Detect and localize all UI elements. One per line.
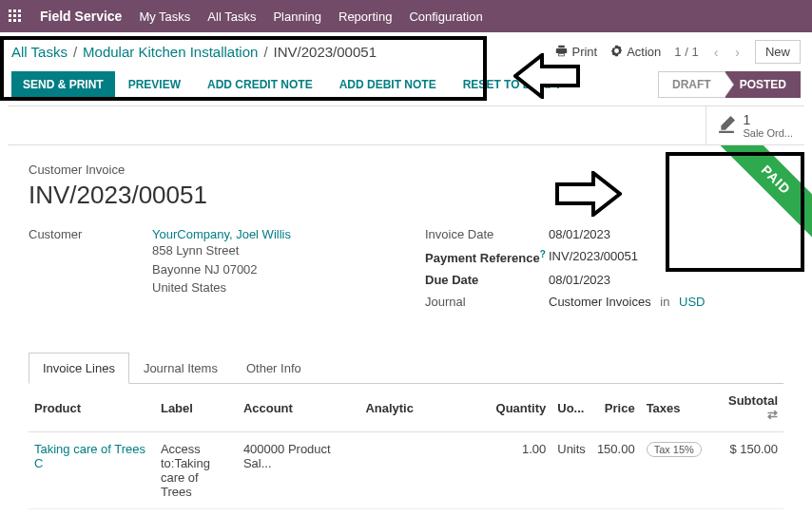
product-link[interactable]: Taking care of Trees C [34, 442, 145, 470]
currency-link[interactable]: USD [679, 295, 705, 309]
form-sheet: PAID Customer Invoice INV/2023/00051 Cus… [0, 145, 812, 334]
invoice-date-value: 08/01/2023 [549, 227, 610, 241]
cell-tax: Tax 15% [641, 509, 707, 516]
status-posted[interactable]: POSTED [725, 71, 801, 98]
svg-rect-7 [13, 19, 16, 22]
cell-quantity: 1.00 [491, 509, 552, 516]
apps-icon[interactable] [8, 9, 23, 24]
table-row[interactable]: DIY Furniture CourseAccess to:DIY Furnit… [29, 509, 783, 516]
cell-quantity: 1.00 [491, 432, 552, 509]
nav-planning[interactable]: Planning [273, 10, 321, 24]
pencil-square-icon [718, 116, 735, 136]
cell-uom: Units [551, 432, 591, 509]
header-row: All Tasks / Modular Kitchen Installation… [0, 32, 812, 66]
help-icon[interactable]: ? [540, 249, 546, 259]
pager-prev-icon[interactable]: ‹ [712, 45, 721, 60]
in-text: in [660, 295, 669, 309]
customer-link[interactable]: YourCompany, Joel Willis [152, 227, 291, 241]
cell-price: 150.00 [591, 432, 641, 509]
cell-account: 400000 Product Sal... [238, 509, 360, 516]
col-price[interactable]: Price [591, 384, 641, 432]
action-label: Action [627, 45, 661, 59]
svg-rect-6 [9, 19, 11, 22]
cell-label: Access to:Taking care of Trees [155, 432, 238, 509]
invoice-lines-table: Product Label Account Analytic Quantity … [29, 384, 783, 516]
sale-orders-button[interactable]: 1 Sale Ord... [706, 106, 804, 144]
app-brand[interactable]: Field Service [40, 9, 122, 24]
doc-subtitle: Customer Invoice [29, 162, 783, 177]
address-line-1: 858 Lynn Street [152, 241, 291, 260]
customer-label: Customer [29, 227, 152, 297]
action-button[interactable]: Action [610, 45, 661, 60]
pager-text: 1 / 1 [674, 45, 698, 59]
cell-label: Access to:DIY Furniture [155, 509, 238, 516]
cell-subtotal: $ 100.00 [707, 509, 783, 516]
right-column: Invoice Date 08/01/2023 Payment Referenc… [425, 227, 783, 316]
preview-button[interactable]: PREVIEW [115, 71, 194, 98]
sale-label: Sale Ord... [743, 127, 793, 139]
nav-all-tasks[interactable]: All Tasks [207, 10, 256, 24]
breadcrumb-parent[interactable]: Modular Kitchen Installation [83, 44, 258, 60]
new-button[interactable]: New [755, 40, 801, 64]
svg-rect-8 [18, 19, 21, 22]
status-bar: DRAFT POSTED [658, 71, 801, 98]
add-debit-note-button[interactable]: ADD DEBIT NOTE [326, 71, 450, 98]
columns-options-icon[interactable]: ⇄ [764, 408, 778, 422]
left-column: Customer YourCompany, Joel Willis 858 Ly… [29, 227, 387, 316]
address-line-2: Bayonne NJ 07002 [152, 260, 291, 279]
col-taxes[interactable]: Taxes [641, 384, 707, 432]
col-account[interactable]: Account [238, 384, 360, 432]
cell-price: 100.00 [591, 509, 641, 516]
invoice-name: INV/2023/00051 [29, 181, 783, 210]
journal-name: Customer Invoices [549, 295, 651, 309]
nav-my-tasks[interactable]: My Tasks [139, 10, 190, 24]
tab-journal-items[interactable]: Journal Items [129, 353, 232, 383]
sale-count: 1 [743, 112, 793, 127]
svg-rect-2 [18, 10, 21, 12]
col-subtotal[interactable]: Subtotal ⇄ [707, 384, 783, 432]
tab-invoice-lines[interactable]: Invoice Lines [29, 353, 129, 384]
tax-badge[interactable]: Tax 15% [647, 442, 702, 457]
actions-row: SEND & PRINT PREVIEW ADD CREDIT NOTE ADD… [0, 66, 812, 105]
payment-ref-label-text: Payment Reference [425, 251, 540, 265]
arrow-right-icon [555, 171, 622, 217]
table-row[interactable]: Taking care of Trees CAccess to:Taking c… [29, 432, 783, 509]
add-credit-note-button[interactable]: ADD CREDIT NOTE [194, 71, 326, 98]
payment-ref-label: Payment Reference? [425, 249, 549, 265]
cell-subtotal: $ 150.00 [707, 432, 783, 509]
due-date-label: Due Date [425, 273, 549, 287]
col-subtotal-text: Subtotal [728, 393, 778, 408]
cell-account: 400000 Product Sal... [238, 432, 360, 509]
address-line-3: United States [152, 278, 291, 297]
col-analytic[interactable]: Analytic [359, 384, 490, 432]
send-print-button[interactable]: SEND & PRINT [11, 71, 115, 98]
tab-other-info[interactable]: Other Info [232, 353, 316, 383]
status-draft[interactable]: DRAFT [658, 71, 725, 98]
gear-icon [610, 45, 623, 60]
journal-value: Customer Invoices in USD [549, 295, 705, 309]
breadcrumb-sep: / [263, 44, 267, 60]
nav-configuration[interactable]: Configuration [409, 10, 482, 24]
breadcrumb-sep: / [73, 44, 77, 60]
col-label[interactable]: Label [155, 384, 238, 432]
breadcrumb: All Tasks / Modular Kitchen Installation… [11, 44, 377, 60]
tabs: Invoice Lines Journal Items Other Info [29, 353, 783, 384]
svg-rect-1 [13, 10, 16, 12]
col-uom[interactable]: Uo... [551, 384, 591, 432]
journal-label: Journal [425, 295, 549, 309]
smart-buttons-row: 1 Sale Ord... [8, 105, 804, 145]
cell-uom: Units [551, 509, 591, 516]
breadcrumb-root[interactable]: All Tasks [11, 44, 68, 60]
pager-next-icon[interactable]: › [733, 45, 742, 60]
col-quantity[interactable]: Quantity [491, 384, 552, 432]
svg-rect-3 [9, 14, 11, 17]
col-product[interactable]: Product [29, 384, 155, 432]
svg-rect-0 [9, 10, 11, 12]
cell-analytic [359, 432, 490, 509]
svg-rect-4 [13, 14, 16, 17]
nav-reporting[interactable]: Reporting [338, 10, 392, 24]
arrow-left-icon [513, 53, 580, 99]
payment-ref-value: INV/2023/00051 [549, 249, 638, 265]
breadcrumb-current: INV/2023/00051 [274, 44, 377, 60]
cell-tax: Tax 15% [641, 432, 707, 509]
